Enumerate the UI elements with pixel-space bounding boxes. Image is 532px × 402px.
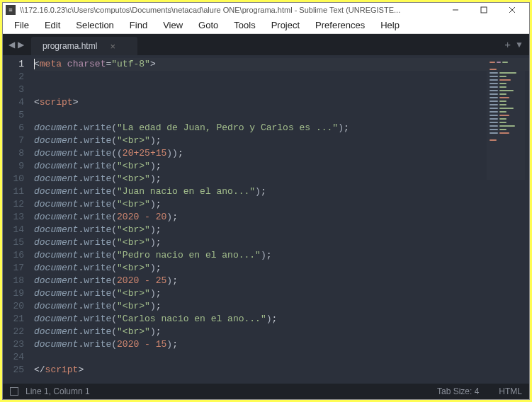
code-line[interactable]: document.write("Pedro nacio en el ano...… [34,249,529,262]
minimize-button[interactable] [441,3,470,17]
tabbar: ◀ ▶ programa.html × + ▼ [3,34,529,55]
code-line[interactable] [34,109,529,122]
code-line[interactable]: document.write(2020 - 15); [34,338,529,351]
line-number: 13 [7,211,24,224]
menu-help[interactable]: Help [373,18,407,32]
code-line[interactable] [34,84,529,96]
menu-preferences[interactable]: Preferences [308,18,372,32]
tab-add-icon[interactable]: + [504,38,511,50]
editor[interactable]: 1234567891011121314151617181920212223242… [3,55,529,384]
gutter: 1234567891011121314151617181920212223242… [3,55,31,384]
code-line[interactable]: document.write(2020 - 20); [34,211,529,224]
menu-view[interactable]: View [156,18,190,32]
tab-next-icon[interactable]: ▶ [16,40,26,50]
line-number: 23 [7,338,24,351]
tab-nav: ◀ ▶ [7,34,31,55]
titlebar: ≡ \\172.16.0.23\c\Users\computos\Documen… [3,3,529,17]
line-number: 6 [7,122,24,134]
line-number: 12 [7,198,24,211]
menu-edit[interactable]: Edit [38,18,67,32]
code-line[interactable]: document.write("<br>"); [34,262,529,275]
line-number: 14 [7,224,24,236]
code-line[interactable]: document.write("Carlos nacio en el ano..… [34,313,529,326]
menu-find[interactable]: Find [123,18,154,32]
line-number: 7 [7,134,24,147]
code-area[interactable]: <meta charset="utf-8"><script>document.w… [31,55,529,384]
code-line[interactable]: <script> [34,96,529,109]
status-position[interactable]: Line 1, Column 1 [26,386,90,396]
line-number: 9 [7,160,24,173]
app-icon: ≡ [6,5,16,15]
line-number: 8 [7,147,24,160]
window-title: \\172.16.0.23\c\Users\computos\Documents… [20,6,441,14]
window-controls [441,3,526,17]
line-number: 10 [7,173,24,185]
svg-rect-1 [481,7,487,13]
code-line[interactable]: document.write("<br>"); [34,287,529,300]
menubar: File Edit Selection Find View Goto Tools… [3,17,529,34]
code-line[interactable]: document.write("<br>"); [34,173,529,185]
panel-switcher-icon[interactable] [10,387,18,396]
tab-label: programa.html [43,41,97,51]
app-window: ≡ \\172.16.0.23\c\Users\computos\Documen… [2,2,530,400]
menu-goto[interactable]: Goto [191,18,225,32]
menu-selection[interactable]: Selection [69,18,120,32]
menu-project[interactable]: Project [264,18,307,32]
line-number: 24 [7,351,24,364]
code-line[interactable]: document.write("<br>"); [34,236,529,249]
line-number: 3 [7,84,24,96]
statusbar: Line 1, Column 1 Tab Size: 4 HTML [3,384,529,399]
status-tabsize[interactable]: Tab Size: 4 [437,386,479,396]
minimap[interactable] [487,59,525,180]
line-number: 2 [7,71,24,84]
line-number: 1 [7,58,24,71]
code-line[interactable]: document.write("<br>"); [34,224,529,236]
line-number: 5 [7,109,24,122]
line-number: 20 [7,300,24,313]
line-number: 15 [7,236,24,249]
line-number: 4 [7,96,24,109]
code-line[interactable]: document.write("<br>"); [34,198,529,211]
tab-prev-icon[interactable]: ◀ [7,40,16,50]
line-number: 18 [7,275,24,287]
status-syntax[interactable]: HTML [499,386,522,396]
maximize-button[interactable] [470,3,498,17]
close-button[interactable] [498,3,526,17]
line-number: 16 [7,249,24,262]
line-number: 19 [7,287,24,300]
line-number: 17 [7,262,24,275]
menu-tools[interactable]: Tools [227,18,262,32]
code-line[interactable] [34,351,529,364]
line-number: 25 [7,364,24,377]
code-line[interactable] [34,71,529,84]
tab-active[interactable]: programa.html × [31,37,137,55]
code-line[interactable]: document.write("Juan nacio en el ano..."… [34,185,529,198]
tab-dropdown-icon[interactable]: ▼ [515,40,523,50]
menu-file[interactable]: File [7,18,36,32]
code-line[interactable]: document.write("La edad de Juan, Pedro y… [34,122,529,134]
line-number: 11 [7,185,24,198]
code-line[interactable]: </script> [34,364,529,377]
line-number: 22 [7,326,24,338]
code-line[interactable]: document.write("<br>"); [34,300,529,313]
code-line[interactable]: document.write("<br>"); [34,160,529,173]
code-line[interactable]: document.write(2020 - 25); [34,275,529,287]
code-line[interactable]: document.write((20+25+15)); [34,147,529,160]
code-line[interactable]: document.write("<br>"); [34,134,529,147]
tab-close-icon[interactable]: × [110,41,115,52]
code-line[interactable]: <meta charset="utf-8"> [34,58,529,71]
line-number: 21 [7,313,24,326]
code-line[interactable]: document.write("<br>"); [34,326,529,338]
